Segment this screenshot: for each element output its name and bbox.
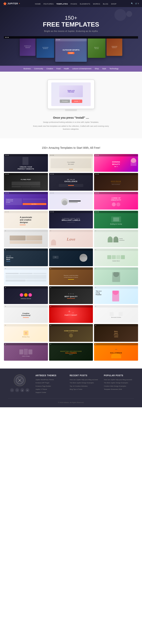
footer-logo <box>14 374 26 386</box>
cat-shop[interactable]: Shop <box>95 68 100 70</box>
template-18[interactable]: Garden Decor <box>94 248 138 266</box>
templates-grid: Create YourPerfect Website I'm a holisti… <box>4 154 138 361</box>
nav-shop[interactable]: Shop <box>111 2 116 5</box>
hero-section: 150+ FREE TEMPLATES Bright as the moons … <box>0 7 142 66</box>
nav-home[interactable]: Home <box>35 2 41 5</box>
template-10[interactable]: A passionateand creativedesigner <box>4 211 48 228</box>
footer-logo-area: f t g in <box>8 374 32 394</box>
template-29[interactable]: Home Espresso <box>49 324 93 342</box>
cart-icon[interactable]: 🛒 0 <box>135 2 139 4</box>
install-desc1: Design professional looking websites in … <box>32 121 110 124</box>
template-16[interactable]: AT THE BusinessBack <box>4 248 48 266</box>
template-13[interactable] <box>4 230 48 247</box>
logo-icon <box>3 2 7 5</box>
footer-copyright: © 2018 Artbees. All Rights Reserved. <box>58 402 84 403</box>
template-31[interactable]: Interior Design <box>4 343 48 361</box>
footer-popular-4[interactable]: Template Showcase 2018 <box>104 388 134 390</box>
category-bar: Business Community Creative Food Health … <box>0 66 142 72</box>
template-17[interactable]: DR. <box>49 248 93 266</box>
footer: f t g in Artbees Themes Jupiter WordPres… <box>0 368 142 407</box>
nav-templates[interactable]: Templates <box>56 2 68 5</box>
template-22[interactable]: Delicious Donuts <box>4 286 48 304</box>
cat-food[interactable]: Food <box>56 68 62 70</box>
template-5[interactable]: We value Excellence <box>49 173 93 191</box>
footer-recent-3[interactable]: Top 10 Creative Websites <box>70 385 100 387</box>
footer-popular-2[interactable]: The Best Jupiter Design Examples <box>104 382 134 384</box>
nav-blog[interactable]: Blog <box>103 2 108 5</box>
social-googleplus[interactable]: g <box>20 388 24 392</box>
template-23[interactable]: ★ ★ ★ Best Quality <box>49 286 93 304</box>
install-section: TEMPLATEPREVIEW Preview Install ↗ Once y… <box>0 72 142 138</box>
social-linkedin[interactable]: in <box>26 388 29 392</box>
template-6[interactable]: ANGIRASA RESTAURANT <box>94 173 138 191</box>
template-19[interactable] <box>4 268 48 285</box>
template-26[interactable]: ✦ ✦ Party Night <box>49 305 93 323</box>
template-21[interactable] <box>94 268 138 285</box>
footer-col-recent-title: Recent Posts <box>70 374 100 376</box>
footer-recent-4[interactable]: Blog Tips & Tricks <box>70 388 100 390</box>
footer-popular-1[interactable]: How can Jupiter help your Blog succeed <box>104 378 134 381</box>
footer-logo-svg <box>16 376 24 384</box>
cat-health[interactable]: Health <box>64 68 70 70</box>
preview-button[interactable]: Preview <box>60 100 70 103</box>
preview-thumb-4: CREATIVEAGENCY <box>106 38 122 56</box>
template-1[interactable]: Create YourPerfect Website <box>4 154 48 172</box>
nav-pages[interactable]: Pages <box>71 2 77 5</box>
template-7[interactable]: Creative Designand Advertisingfor Media … <box>4 192 48 210</box>
template-24[interactable]: This is ALivingParadise <box>94 286 138 304</box>
template-4[interactable]: Flying Post <box>4 173 48 191</box>
nav-works[interactable]: Works <box>93 2 100 5</box>
footer-link-kreatura[interactable]: Kreatura WP Plugin <box>36 382 66 384</box>
hero-line2: FREE TEMPLATES <box>4 21 138 28</box>
template-14[interactable]: Love <box>49 230 93 247</box>
cat-style[interactable]: Style <box>102 68 107 70</box>
footer-recent-1[interactable]: How can Jupiter help your Blog succeed <box>70 378 100 381</box>
footer-link-kreatura-pb[interactable]: Kreatura Page Builder <box>36 385 66 387</box>
footer-col-popular-posts: How can Jupiter help your Blog succeed T… <box>104 378 134 390</box>
template-25[interactable]: CreativeFunctional <box>4 305 48 323</box>
footer-col-about-title: Artbees Themes <box>36 374 66 376</box>
template-30[interactable]: Rich,DarkFresh <box>94 324 138 342</box>
footer-col-about: Artbees Themes Jupiter WordPress Theme K… <box>36 374 66 394</box>
social-facebook[interactable]: f <box>10 388 14 392</box>
install-button[interactable]: Install ↗ <box>72 100 82 103</box>
template-11[interactable]: Turning Ideas Into Brilliant Labels <box>49 211 93 228</box>
screen-buttons: Preview Install ↗ <box>60 100 82 103</box>
logo[interactable]: JUPITER ✦ <box>3 2 20 5</box>
template-2[interactable]: I'm a holisticlife coach <box>49 154 93 172</box>
footer-recent-2[interactable]: The Best Jupiter Design Examples <box>70 382 100 384</box>
footer-col-about-links: Jupiter WordPress Theme Kreatura WP Plug… <box>36 378 66 394</box>
footer-link-jupiter[interactable]: Jupiter WordPress Theme <box>36 378 66 381</box>
cat-technology[interactable]: Technology <box>109 68 118 70</box>
template-27[interactable]: Minimalist Portfolio <box>94 305 138 323</box>
template-28[interactable]: 🎂 Birthday Party <box>4 324 48 342</box>
template-9[interactable]: A Mind OfCreativity <box>94 192 138 210</box>
install-desc2: Every week new free templates are added … <box>32 125 110 130</box>
screen-preview: TEMPLATEPREVIEW <box>59 86 83 97</box>
laptop-mockup: TEMPLATEPREVIEW Preview Install ↗ <box>47 80 95 109</box>
cat-community[interactable]: Community <box>34 68 44 70</box>
template-20[interactable]: Discover a world that defiesa new dimens… <box>49 268 93 285</box>
footer-popular-3[interactable]: Creative Web Design Examples <box>104 385 134 387</box>
social-twitter[interactable]: t <box>15 388 19 392</box>
template-3[interactable]: SHININGBEAUTY <box>94 154 138 172</box>
nav-elements[interactable]: Elements <box>80 2 90 5</box>
footer-link-jupiterx[interactable]: Jupiter X Theme <box>36 388 66 390</box>
search-icon[interactable]: 🔍 <box>131 2 133 4</box>
deco-circle-2 <box>126 11 132 17</box>
template-32[interactable]: Haunting Decorations Halloween Party <box>49 343 93 361</box>
template-33[interactable]: 🦇 Halloween <box>94 343 138 361</box>
cat-leisure[interactable]: Leisure & entertainment <box>72 68 92 70</box>
templates-heading: 150+ Amazing Templates to Start With, Al… <box>4 146 138 149</box>
cat-creative[interactable]: Creative <box>46 68 54 70</box>
svg-marker-0 <box>3 2 7 5</box>
footer-social: f t g in <box>10 388 29 392</box>
template-15[interactable]: FamilyInsurance <box>94 230 138 247</box>
install-heading: Once you press "Install" .... <box>4 116 138 119</box>
footer-grid: f t g in Artbees Themes Jupiter WordPres… <box>8 374 134 394</box>
footer-link-support[interactable]: Support Center <box>36 391 66 394</box>
template-8[interactable] <box>49 192 93 210</box>
template-12[interactable]: Building for Society <box>94 211 138 228</box>
nav-features[interactable]: Features <box>43 2 53 5</box>
cat-business[interactable]: Business <box>24 68 32 70</box>
